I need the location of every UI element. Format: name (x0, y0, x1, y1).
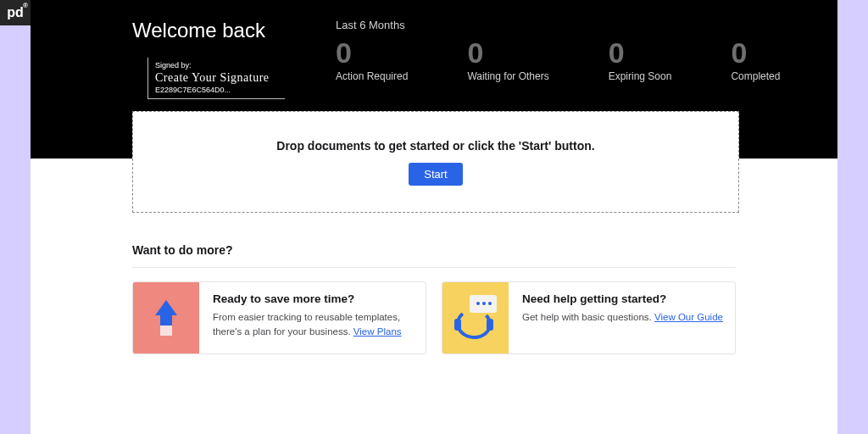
signature-id: E2289C7E6C564D0... (155, 86, 285, 95)
card-help: Need help getting started? Get help with… (442, 281, 736, 354)
logo-text: pd (7, 5, 24, 20)
stat-value: 0 (609, 38, 672, 67)
card-save-time: Ready to save more time? From easier tra… (132, 281, 426, 354)
stats-row: 0 Action Required 0 Waiting for Others 0… (336, 38, 780, 82)
stats-period: Last 6 Months (336, 19, 780, 31)
signed-by-label: Signed by: (155, 61, 285, 70)
main-content: Drop documents to get started or click t… (31, 159, 837, 434)
app-frame: Welcome back Signed by: Create Your Sign… (31, 0, 837, 434)
signature-block[interactable]: Signed by: Create Your Signature E2289C7… (147, 58, 285, 99)
signature-name: Create Your Signature (155, 70, 285, 86)
start-button[interactable]: Start (409, 163, 462, 186)
card-title: Need help getting started? (522, 292, 723, 305)
stat-label: Completed (731, 70, 780, 82)
card-text: Get help with basic questions. View Our … (522, 310, 723, 325)
stats-block: Last 6 Months 0 Action Required 0 Waitin… (336, 19, 780, 82)
stat-label: Action Required (336, 70, 408, 82)
promo-cards: Ready to save more time? From easier tra… (132, 281, 736, 354)
headset-chat-icon (442, 282, 509, 353)
stat-expiring[interactable]: 0 Expiring Soon (609, 38, 672, 82)
app-logo: pd ® (0, 0, 31, 25)
stat-completed[interactable]: 0 Completed (731, 38, 780, 82)
welcome-block: Welcome back Signed by: Create Your Sign… (132, 19, 285, 99)
section-title: Want to do more? (132, 243, 736, 257)
stat-label: Waiting for Others (467, 70, 548, 82)
card-title: Ready to save more time? (213, 292, 414, 305)
registered-mark: ® (23, 2, 28, 9)
stat-waiting[interactable]: 0 Waiting for Others (467, 38, 548, 82)
drop-zone-text: Drop documents to get started or click t… (276, 139, 594, 153)
stat-action-required[interactable]: 0 Action Required (336, 38, 408, 82)
view-plans-link[interactable]: View Plans (353, 326, 402, 337)
upload-arrow-icon (133, 282, 199, 353)
card-body-text: Get help with basic questions. (522, 312, 654, 322)
divider (132, 267, 736, 268)
stat-value: 0 (467, 38, 548, 67)
stat-label: Expiring Soon (609, 70, 672, 82)
welcome-title: Welcome back (132, 19, 285, 42)
document-drop-zone[interactable]: Drop documents to get started or click t… (132, 111, 739, 213)
view-guide-link[interactable]: View Our Guide (654, 312, 723, 322)
stat-value: 0 (336, 38, 408, 67)
card-text: From easier tracking to reusable templat… (213, 310, 414, 338)
stat-value: 0 (731, 38, 780, 67)
